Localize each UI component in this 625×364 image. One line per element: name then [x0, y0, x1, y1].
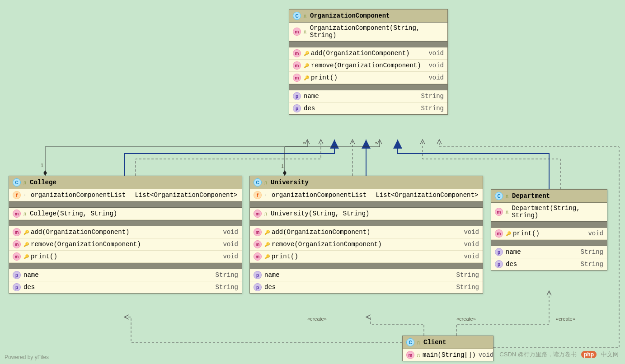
- method-sig: remove(OrganizationComponent): [311, 62, 421, 69]
- class-header: C ⎍ OrganizationComponent: [289, 9, 447, 23]
- method-sig: add(OrganizationComponent): [31, 229, 129, 236]
- property-name: des: [23, 284, 35, 291]
- property-icon: p: [254, 271, 262, 279]
- field-name: organizationComponentList: [31, 191, 126, 199]
- method-icon: m: [13, 240, 21, 248]
- class-department: C⎍Department m⎍Department(String, String…: [491, 189, 607, 271]
- lock-icon: ⎍: [506, 194, 509, 198]
- field-icon: f: [13, 191, 21, 199]
- property-name: name: [506, 248, 521, 256]
- key-icon: ◦: [23, 193, 28, 197]
- key-icon: 🔑: [264, 230, 269, 234]
- php-badge: php: [581, 351, 597, 358]
- divider: [9, 201, 242, 208]
- divider: [491, 240, 607, 246]
- visibility-icon: ⎍: [304, 30, 307, 33]
- key-icon: 🔑: [304, 75, 308, 80]
- key-icon: ◦: [264, 193, 269, 197]
- property-type: String: [581, 248, 603, 256]
- method-sig: main(String[]): [423, 351, 476, 359]
- field-type: List<OrganizationComponent>: [376, 191, 478, 199]
- divider: [289, 84, 447, 90]
- class-icon: C: [13, 178, 21, 187]
- class-icon: C: [293, 12, 301, 20]
- method-ret: void: [223, 229, 238, 236]
- method-sig: add(OrganizationComponent): [272, 229, 370, 236]
- create-label-college: «create»: [307, 316, 327, 322]
- mult-star-college: *: [303, 141, 305, 146]
- mult-one-university: 1: [281, 163, 284, 169]
- visibility-icon: ⎍: [506, 210, 509, 214]
- class-title: University: [271, 179, 309, 186]
- key-icon: 🔑: [264, 242, 269, 247]
- visibility-icon: ⎍: [264, 212, 268, 215]
- field-name: organizationComponentList: [272, 191, 367, 199]
- constructor-sig: Department(String, String): [512, 205, 603, 219]
- footer-powered-by: Powered by yFiles: [5, 354, 49, 360]
- property-type: String: [216, 271, 238, 279]
- property-type: String: [456, 271, 479, 279]
- divider: [9, 220, 242, 226]
- lock-icon: ⎍: [23, 181, 27, 184]
- method-ret: void: [464, 241, 479, 248]
- method-icon: m: [254, 210, 262, 218]
- method-icon: m: [293, 28, 301, 36]
- divider: [9, 263, 242, 269]
- class-title: OrganizationComponent: [310, 12, 390, 19]
- class-title: Department: [512, 192, 550, 200]
- mult-star-university: *: [375, 141, 377, 146]
- visibility-icon: ⎍: [417, 353, 420, 357]
- class-icon: C: [495, 192, 503, 200]
- divider: [250, 220, 483, 226]
- property-icon: p: [495, 248, 503, 256]
- constructor-sig: University(String, String): [271, 210, 369, 217]
- method-ret: void: [428, 74, 444, 81]
- divider: [250, 201, 483, 208]
- method-ret: void: [464, 229, 479, 236]
- field-icon: f: [254, 191, 262, 199]
- method-sig: print(): [311, 74, 338, 81]
- property-type: String: [581, 261, 603, 268]
- property-type: String: [421, 93, 444, 100]
- key-icon: 🔑: [304, 63, 308, 68]
- method-ret: void: [464, 253, 479, 260]
- class-icon: C: [254, 178, 262, 187]
- property-icon: p: [495, 260, 503, 268]
- property-icon: p: [254, 283, 262, 291]
- class-organization-component: C ⎍ OrganizationComponent m⎍Organization…: [289, 9, 448, 115]
- method-sig: print(): [513, 230, 540, 237]
- method-icon: m: [254, 228, 262, 236]
- method-sig: add(OrganizationComponent): [311, 50, 409, 57]
- property-icon: p: [293, 104, 301, 112]
- property-name: des: [506, 261, 517, 268]
- method-icon: m: [495, 208, 503, 216]
- class-title: College: [30, 179, 56, 186]
- method-icon: m: [13, 228, 21, 236]
- method-sig: remove(OrganizationComponent): [272, 241, 382, 248]
- method-icon: m: [254, 252, 262, 261]
- property-name: name: [304, 93, 319, 100]
- method-icon: m: [406, 351, 414, 359]
- divider: [491, 221, 607, 228]
- key-icon: 🔑: [506, 231, 510, 236]
- constructor-sig: OrganizationComponent(String, String): [310, 24, 444, 39]
- class-college: C⎍College f◦organizationComponentList Li…: [9, 176, 242, 294]
- key-icon: 🔑: [23, 254, 28, 259]
- visibility-icon: ⎍: [23, 212, 27, 215]
- method-sig: remove(OrganizationComponent): [31, 241, 141, 248]
- method-ret: void: [479, 351, 494, 359]
- property-icon: p: [293, 92, 301, 100]
- property-name: des: [264, 284, 276, 291]
- method-ret: void: [223, 253, 238, 260]
- footer-credit-text: CSDN @行万里路，读万卷书: [499, 350, 577, 359]
- property-icon: p: [13, 283, 21, 291]
- method-icon: m: [293, 74, 301, 82]
- key-icon: 🔑: [304, 51, 308, 56]
- constructor-sig: College(String, String): [30, 210, 117, 217]
- method-icon: m: [293, 49, 301, 57]
- method-sig: print(): [31, 253, 57, 260]
- key-icon: 🔑: [23, 230, 28, 234]
- method-ret: void: [588, 230, 603, 237]
- lock-icon: ⎍: [264, 181, 268, 184]
- lock-icon: ⎍: [417, 341, 421, 344]
